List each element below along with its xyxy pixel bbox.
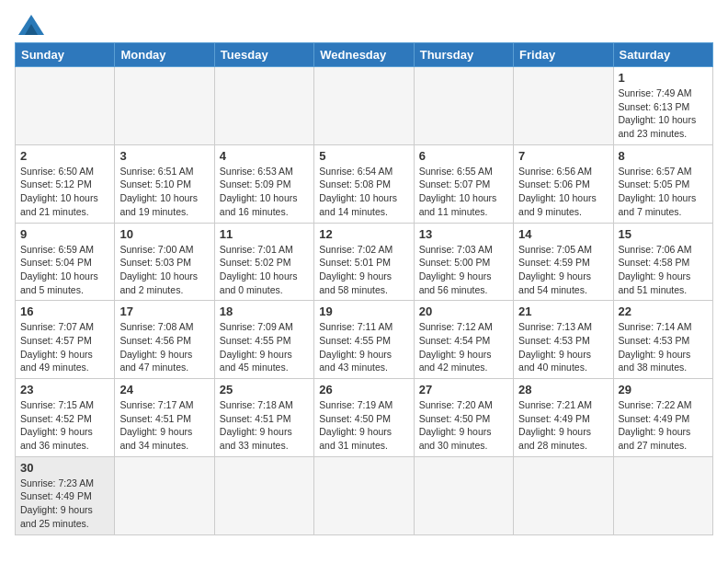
calendar-day-cell (115, 456, 214, 534)
day-number: 26 (319, 383, 408, 396)
calendar-day-cell: 30Sunrise: 7:23 AM Sunset: 4:49 PM Dayli… (16, 456, 115, 534)
day-info: Sunrise: 7:18 AM Sunset: 4:51 PM Dayligh… (220, 398, 309, 453)
calendar-day-cell: 21Sunrise: 7:13 AM Sunset: 4:53 PM Dayli… (514, 301, 613, 379)
day-info: Sunrise: 7:15 AM Sunset: 4:52 PM Dayligh… (20, 398, 109, 453)
day-info: Sunrise: 7:12 AM Sunset: 4:54 PM Dayligh… (419, 320, 508, 374)
calendar-day-cell: 8Sunrise: 6:57 AM Sunset: 5:05 PM Daylig… (613, 144, 712, 223)
calendar-day-cell: 13Sunrise: 7:03 AM Sunset: 5:00 PM Dayli… (414, 223, 513, 301)
calendar-day-cell (214, 456, 313, 534)
day-number: 4 (220, 149, 309, 163)
calendar-day-cell: 2Sunrise: 6:50 AM Sunset: 5:12 PM Daylig… (16, 144, 115, 223)
calendar-week-row: 9Sunrise: 6:59 AM Sunset: 5:04 PM Daylig… (16, 223, 713, 301)
day-info: Sunrise: 7:11 AM Sunset: 4:55 PM Dayligh… (319, 320, 408, 374)
day-info: Sunrise: 7:00 AM Sunset: 5:03 PM Dayligh… (119, 243, 209, 297)
weekday-header-saturday: Saturday (613, 43, 712, 67)
calendar-day-cell: 11Sunrise: 7:01 AM Sunset: 5:02 PM Dayli… (214, 223, 313, 301)
day-number: 9 (20, 227, 109, 241)
day-info: Sunrise: 7:13 AM Sunset: 4:53 PM Dayligh… (518, 320, 608, 374)
calendar-day-cell (414, 456, 513, 534)
day-number: 25 (220, 383, 309, 396)
calendar-day-cell: 12Sunrise: 7:02 AM Sunset: 5:01 PM Dayli… (314, 223, 414, 301)
day-info: Sunrise: 7:22 AM Sunset: 4:49 PM Dayligh… (619, 398, 708, 453)
day-number: 30 (20, 461, 109, 475)
calendar-day-cell: 10Sunrise: 7:00 AM Sunset: 5:03 PM Dayli… (115, 223, 214, 301)
day-info: Sunrise: 7:05 AM Sunset: 4:59 PM Dayligh… (518, 243, 608, 297)
day-info: Sunrise: 7:03 AM Sunset: 5:00 PM Dayligh… (419, 243, 508, 297)
calendar-day-cell (514, 67, 613, 145)
day-info: Sunrise: 6:53 AM Sunset: 5:09 PM Dayligh… (220, 165, 309, 219)
day-number: 13 (419, 227, 508, 241)
day-info: Sunrise: 7:49 AM Sunset: 6:13 PM Dayligh… (619, 86, 708, 141)
calendar-week-row: 16Sunrise: 7:07 AM Sunset: 4:57 PM Dayli… (16, 301, 713, 379)
day-info: Sunrise: 7:07 AM Sunset: 4:57 PM Dayligh… (20, 320, 109, 374)
calendar-day-cell (613, 456, 712, 534)
calendar-day-cell: 16Sunrise: 7:07 AM Sunset: 4:57 PM Dayli… (16, 301, 115, 379)
calendar-day-cell: 15Sunrise: 7:06 AM Sunset: 4:58 PM Dayli… (613, 223, 712, 301)
calendar-week-row: 30Sunrise: 7:23 AM Sunset: 4:49 PM Dayli… (16, 456, 713, 534)
day-info: Sunrise: 6:56 AM Sunset: 5:06 PM Dayligh… (518, 165, 608, 219)
calendar-day-cell: 27Sunrise: 7:20 AM Sunset: 4:50 PM Dayli… (414, 379, 513, 457)
calendar-day-cell (115, 67, 214, 145)
day-number: 7 (518, 149, 608, 163)
day-info: Sunrise: 7:14 AM Sunset: 4:53 PM Dayligh… (619, 320, 708, 374)
day-number: 11 (220, 227, 309, 241)
weekday-header-sunday: Sunday (16, 43, 115, 67)
logo-icon (18, 15, 44, 35)
day-number: 12 (319, 227, 408, 241)
day-number: 24 (119, 383, 209, 396)
calendar-day-cell: 22Sunrise: 7:14 AM Sunset: 4:53 PM Dayli… (613, 301, 712, 379)
day-number: 21 (518, 304, 608, 318)
calendar-day-cell: 28Sunrise: 7:21 AM Sunset: 4:49 PM Dayli… (514, 379, 613, 457)
day-number: 28 (518, 383, 608, 396)
calendar-day-cell (314, 456, 414, 534)
weekday-header-monday: Monday (115, 43, 214, 67)
day-number: 23 (20, 383, 109, 396)
weekday-header-row: SundayMondayTuesdayWednesdayThursdayFrid… (16, 43, 713, 67)
day-number: 6 (419, 149, 508, 163)
weekday-header-tuesday: Tuesday (214, 43, 313, 67)
calendar-day-cell: 26Sunrise: 7:19 AM Sunset: 4:50 PM Dayli… (314, 379, 414, 457)
day-number: 29 (619, 383, 708, 396)
day-number: 8 (619, 149, 708, 163)
day-info: Sunrise: 7:23 AM Sunset: 4:49 PM Dayligh… (20, 477, 109, 531)
day-info: Sunrise: 7:21 AM Sunset: 4:49 PM Dayligh… (518, 398, 608, 453)
calendar-day-cell: 7Sunrise: 6:56 AM Sunset: 5:06 PM Daylig… (514, 144, 613, 223)
header (15, 15, 713, 35)
day-info: Sunrise: 6:59 AM Sunset: 5:04 PM Dayligh… (20, 243, 109, 297)
day-info: Sunrise: 7:06 AM Sunset: 4:58 PM Dayligh… (619, 243, 708, 297)
day-info: Sunrise: 7:19 AM Sunset: 4:50 PM Dayligh… (319, 398, 408, 453)
logo (15, 15, 44, 35)
calendar-day-cell: 6Sunrise: 6:55 AM Sunset: 5:07 PM Daylig… (414, 144, 513, 223)
day-info: Sunrise: 6:51 AM Sunset: 5:10 PM Dayligh… (119, 165, 209, 219)
day-number: 5 (319, 149, 408, 163)
day-number: 14 (518, 227, 608, 241)
calendar-day-cell: 4Sunrise: 6:53 AM Sunset: 5:09 PM Daylig… (214, 144, 313, 223)
day-number: 2 (20, 149, 109, 163)
calendar-day-cell: 19Sunrise: 7:11 AM Sunset: 4:55 PM Dayli… (314, 301, 414, 379)
day-info: Sunrise: 6:50 AM Sunset: 5:12 PM Dayligh… (20, 165, 109, 219)
day-number: 15 (619, 227, 708, 241)
day-info: Sunrise: 7:02 AM Sunset: 5:01 PM Dayligh… (319, 243, 408, 297)
calendar-day-cell: 25Sunrise: 7:18 AM Sunset: 4:51 PM Dayli… (214, 379, 313, 457)
day-number: 16 (20, 304, 109, 318)
day-number: 3 (119, 149, 209, 163)
day-number: 27 (419, 383, 508, 396)
calendar-day-cell: 24Sunrise: 7:17 AM Sunset: 4:51 PM Dayli… (115, 379, 214, 457)
day-number: 10 (119, 227, 209, 241)
day-info: Sunrise: 7:20 AM Sunset: 4:50 PM Dayligh… (419, 398, 508, 453)
day-info: Sunrise: 7:01 AM Sunset: 5:02 PM Dayligh… (220, 243, 309, 297)
calendar-week-row: 1Sunrise: 7:49 AM Sunset: 6:13 PM Daylig… (16, 67, 713, 145)
day-info: Sunrise: 6:55 AM Sunset: 5:07 PM Dayligh… (419, 165, 508, 219)
day-number: 19 (319, 304, 408, 318)
day-info: Sunrise: 6:57 AM Sunset: 5:05 PM Dayligh… (619, 165, 708, 219)
calendar-day-cell: 5Sunrise: 6:54 AM Sunset: 5:08 PM Daylig… (314, 144, 414, 223)
day-number: 20 (419, 304, 508, 318)
day-number: 22 (619, 304, 708, 318)
day-number: 17 (119, 304, 209, 318)
calendar-day-cell: 14Sunrise: 7:05 AM Sunset: 4:59 PM Dayli… (514, 223, 613, 301)
calendar-day-cell (214, 67, 313, 145)
calendar-day-cell (414, 67, 513, 145)
day-info: Sunrise: 7:08 AM Sunset: 4:56 PM Dayligh… (119, 320, 209, 374)
day-info: Sunrise: 7:17 AM Sunset: 4:51 PM Dayligh… (119, 398, 209, 453)
calendar-week-row: 23Sunrise: 7:15 AM Sunset: 4:52 PM Dayli… (16, 379, 713, 457)
